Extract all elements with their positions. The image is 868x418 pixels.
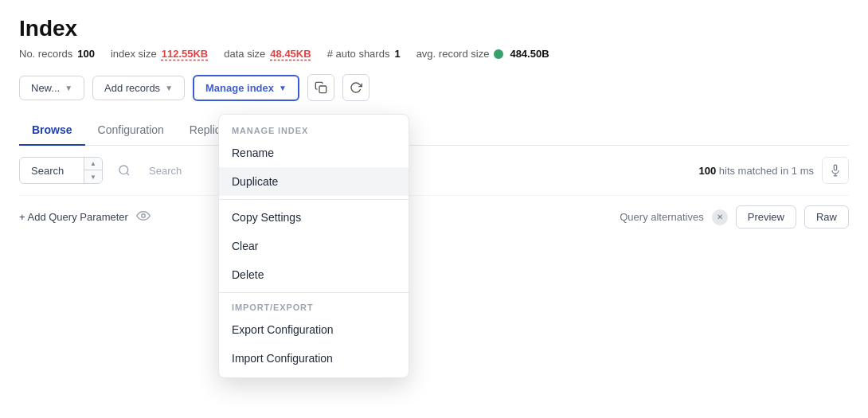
svg-point-1 bbox=[119, 166, 128, 174]
stepper-arrows: ▲ ▼ bbox=[84, 158, 102, 183]
svg-point-6 bbox=[142, 214, 146, 218]
page-title: Index bbox=[19, 16, 849, 41]
auto-shards-label: # auto shards bbox=[327, 48, 390, 60]
svg-rect-3 bbox=[834, 165, 836, 170]
manage-index-dropdown: MANAGE INDEX Rename Duplicate Copy Setti… bbox=[218, 114, 409, 378]
svg-line-2 bbox=[127, 173, 129, 175]
no-records-label: No. records bbox=[19, 48, 72, 60]
menu-item-clear[interactable]: Clear bbox=[219, 232, 409, 260]
new-button-label: New... bbox=[31, 82, 60, 94]
search-stepper: Search ▲ ▼ bbox=[19, 157, 103, 184]
eye-icon[interactable] bbox=[136, 210, 151, 224]
menu-divider-1 bbox=[219, 199, 409, 200]
refresh-button[interactable] bbox=[342, 74, 369, 101]
manage-index-button[interactable]: Manage index ▼ bbox=[193, 75, 299, 101]
preview-button[interactable]: Preview bbox=[736, 205, 796, 229]
meta-row: No. records 100 index size 112.55KB data… bbox=[19, 48, 849, 60]
refresh-icon bbox=[350, 81, 362, 94]
hits-count: 100 hits matched in 1 ms bbox=[698, 165, 814, 177]
menu-item-export-config[interactable]: Export Configuration bbox=[219, 315, 409, 344]
status-dot-icon bbox=[494, 49, 503, 59]
add-records-label: Add records bbox=[104, 82, 160, 94]
menu-item-duplicate[interactable]: Duplicate bbox=[219, 167, 409, 196]
add-query-param-button[interactable]: + Add Query Parameter bbox=[19, 211, 128, 223]
query-alt-label: Query alternatives bbox=[620, 211, 704, 223]
avg-record-value: 484.50B bbox=[510, 48, 549, 60]
copy-button[interactable] bbox=[307, 74, 334, 101]
query-alt-close-button[interactable]: ✕ bbox=[712, 209, 728, 225]
menu-item-import-config[interactable]: Import Configuration bbox=[219, 344, 409, 373]
new-chevron-icon: ▼ bbox=[65, 84, 72, 92]
no-records-value: 100 bbox=[77, 48, 95, 60]
menu-item-copy-settings[interactable]: Copy Settings bbox=[219, 203, 409, 232]
import-export-section-header: IMPORT/EXPORT bbox=[219, 296, 409, 315]
stepper-up-button[interactable]: ▲ bbox=[84, 158, 102, 170]
menu-item-rename[interactable]: Rename bbox=[219, 139, 409, 167]
search-icon bbox=[111, 157, 138, 184]
auto-shards-value: 1 bbox=[394, 48, 400, 60]
add-records-button[interactable]: Add records ▼ bbox=[92, 76, 185, 100]
tab-browse[interactable]: Browse bbox=[19, 115, 85, 146]
copy-icon bbox=[315, 81, 327, 94]
index-size-label: index size bbox=[111, 48, 157, 60]
raw-button[interactable]: Raw bbox=[804, 205, 849, 229]
page-container: Index No. records 100 index size 112.55K… bbox=[0, 0, 868, 238]
index-size-value: 112.55KB bbox=[162, 48, 209, 60]
manage-index-chevron-icon: ▼ bbox=[279, 84, 287, 92]
avg-record-label: avg. record size bbox=[416, 48, 490, 60]
manage-index-section-header: MANAGE INDEX bbox=[219, 119, 409, 139]
svg-rect-0 bbox=[319, 86, 326, 93]
menu-item-delete[interactable]: Delete bbox=[219, 260, 409, 289]
query-right: Query alternatives ✕ Preview Raw bbox=[620, 205, 849, 229]
data-size-label: data size bbox=[224, 48, 265, 60]
new-button[interactable]: New... ▼ bbox=[19, 76, 84, 100]
tab-configuration[interactable]: Configuration bbox=[85, 115, 177, 146]
search-row: Search ▲ ▼ 100 hits matched in 1 ms bbox=[19, 146, 849, 196]
stepper-down-button[interactable]: ▼ bbox=[84, 170, 102, 183]
toolbar: New... ▼ Add records ▼ Manage index ▼ bbox=[19, 74, 849, 101]
tabs-bar: Browse Configuration Replicas nos bbox=[19, 115, 849, 146]
manage-index-label: Manage index bbox=[205, 82, 274, 94]
menu-divider-2 bbox=[219, 292, 409, 293]
mic-button[interactable] bbox=[822, 157, 849, 184]
search-label: Search bbox=[20, 158, 84, 183]
add-records-chevron-icon: ▼ bbox=[165, 84, 173, 92]
query-row: + Add Query Parameter Query alternatives… bbox=[19, 196, 849, 238]
data-size-value: 48.45KB bbox=[270, 48, 311, 60]
